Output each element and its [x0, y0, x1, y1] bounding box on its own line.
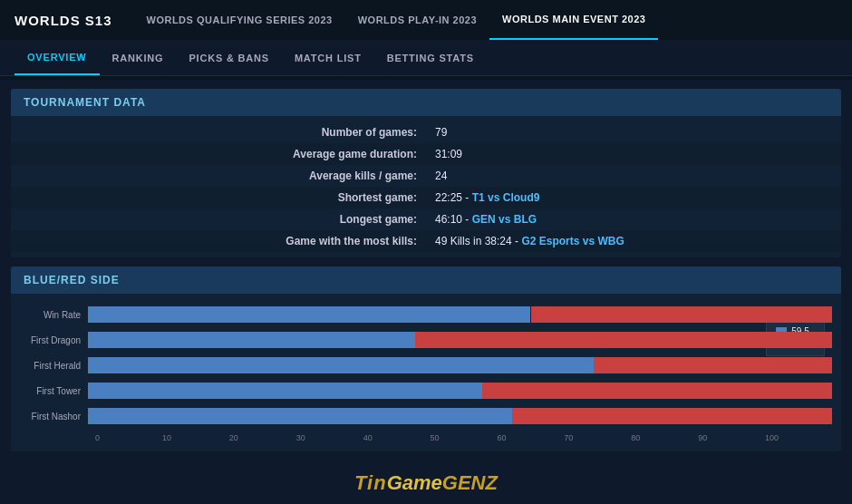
row-label: Average kills / game: — [29, 170, 435, 182]
x-tick: 60 — [497, 433, 564, 442]
x-tick: 20 — [229, 433, 296, 442]
longest-game-link[interactable]: GEN vs BLG — [472, 213, 537, 226]
bar-red — [482, 383, 832, 399]
nav-qualifying[interactable]: WORLDS QUALIFYING SERIES 2023 — [134, 0, 345, 40]
row-value: 49 Kills in 38:24 - G2 Esports vs WBG — [435, 235, 823, 247]
bar-red — [415, 332, 832, 348]
top-navigation: WORLDS S13 WORLDS QUALIFYING SERIES 2023… — [0, 0, 852, 40]
bar-label: Win Rate — [20, 310, 88, 320]
tournament-header: TOURNAMENT DATA — [11, 89, 841, 116]
tournament-section: TOURNAMENT DATA Number of games: 79 Aver… — [11, 89, 841, 257]
bar-blue — [88, 357, 594, 373]
bar-blue — [88, 332, 415, 348]
x-tick: 30 — [296, 433, 363, 442]
x-tick: 90 — [698, 433, 765, 442]
bar-blue — [88, 408, 512, 424]
subnav-picksbans[interactable]: PICKS & BANS — [176, 40, 281, 75]
sub-navigation: OVERVIEW RANKING PICKS & BANS MATCH LIST… — [0, 40, 852, 76]
bluered-header: BLUE/RED SIDE — [11, 267, 841, 294]
row-label: Number of games: — [29, 126, 435, 139]
bar-track — [88, 357, 832, 373]
watermark-game: Game — [387, 471, 442, 494]
row-label: Shortest game: — [29, 191, 435, 204]
table-row-mostkills: Game with the most kills: 49 Kills in 38… — [11, 230, 841, 252]
brand-logo: WORLDS S13 — [15, 13, 112, 28]
table-row: Average kills / game: 24 — [11, 165, 841, 187]
row-value: 79 — [435, 126, 823, 139]
bar-blue — [88, 306, 530, 323]
x-tick: 40 — [363, 433, 431, 442]
bar-label: First Herald — [20, 361, 88, 371]
bar-blue — [88, 383, 482, 399]
shortest-game-time: 22:25 - — [435, 191, 472, 204]
bar-track — [88, 306, 832, 323]
x-tick: 70 — [564, 433, 631, 442]
divider — [0, 76, 852, 80]
chart-body: Win Rate 59.5 40.5 Win Rate First Dragon — [11, 294, 841, 451]
row-label: Game with the most kills: — [29, 235, 435, 247]
shortest-game-link[interactable]: T1 vs Cloud9 — [472, 191, 540, 204]
row-value: 46:10 - GEN vs BLG — [435, 213, 823, 226]
row-value: 31:09 — [435, 148, 823, 160]
row-value: 22:25 - T1 vs Cloud9 — [435, 191, 823, 204]
longest-game-time: 46:10 - — [435, 213, 472, 226]
bar-red — [594, 357, 832, 373]
bar-row-winrate: Win Rate — [20, 305, 832, 325]
subnav-ranking[interactable]: RANKING — [100, 40, 177, 75]
bar-row-firstherald: First Herald — [20, 355, 832, 375]
most-kills-info: 49 Kills in 38:24 - — [435, 235, 521, 247]
x-tick: 0 — [95, 433, 162, 442]
subnav-matchlist[interactable]: MATCH LIST — [282, 40, 374, 75]
bar-red — [531, 306, 833, 323]
bar-track — [88, 383, 832, 399]
bar-label: First Nashor — [20, 412, 88, 422]
x-tick: 80 — [631, 433, 698, 442]
x-tick: 10 — [162, 433, 229, 442]
subnav-bettingstats[interactable]: BETTING STATS — [374, 40, 487, 75]
x-axis: 0 10 20 30 40 50 60 70 80 90 100 — [20, 431, 832, 446]
table-row: Average game duration: 31:09 — [11, 143, 841, 165]
nav-playin[interactable]: WORLDS PLAY-IN 2023 — [345, 0, 489, 40]
subnav-overview[interactable]: OVERVIEW — [15, 40, 100, 75]
bar-row-firstnashor: First Nashor — [20, 406, 832, 426]
tournament-table: Number of games: 79 Average game duratio… — [11, 116, 841, 257]
bar-label: First Dragon — [20, 335, 88, 345]
watermark-ting: Tin — [354, 471, 387, 494]
bar-track — [88, 408, 832, 424]
row-label: Longest game: — [29, 213, 435, 226]
bluered-section: BLUE/RED SIDE Win Rate 59.5 40.5 Win Rat… — [11, 267, 841, 451]
table-row-longest: Longest game: 46:10 - GEN vs BLG — [11, 208, 841, 230]
bar-label: First Tower — [20, 386, 88, 396]
x-tick: 100 — [765, 433, 832, 442]
bar-track — [88, 332, 832, 348]
row-value: 24 — [435, 170, 823, 182]
bar-row-firsttower: First Tower — [20, 381, 832, 401]
x-tick: 50 — [431, 433, 498, 442]
watermark-genz: GENZ — [442, 471, 498, 494]
table-row-shortest: Shortest game: 22:25 - T1 vs Cloud9 — [11, 187, 841, 208]
row-label: Average game duration: — [29, 148, 435, 160]
nav-mainevent[interactable]: WORLDS MAIN EVENT 2023 — [489, 0, 658, 40]
bar-red — [512, 408, 832, 424]
watermark: TinGameGENZ — [354, 471, 498, 495]
most-kills-link[interactable]: G2 Esports vs WBG — [521, 235, 624, 247]
bar-row-firstdragon: First Dragon — [20, 330, 832, 350]
table-row: Number of games: 79 — [11, 121, 841, 143]
